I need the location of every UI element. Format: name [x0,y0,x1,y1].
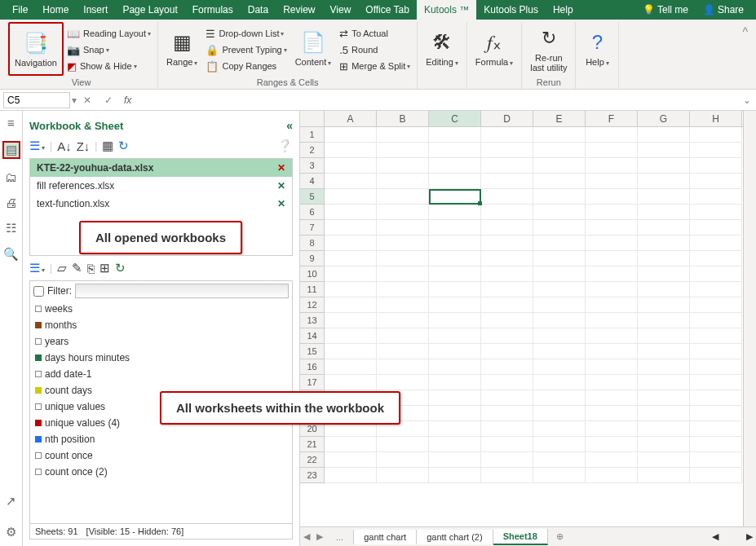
cell[interactable] [533,313,586,328]
cell[interactable] [690,313,742,328]
cell[interactable] [377,205,429,220]
strip-find-icon[interactable]: 🔍 [3,247,19,262]
cell[interactable] [586,220,638,236]
cell[interactable] [377,359,429,375]
editing-button[interactable]: 🛠 Editing [421,22,463,76]
col-header[interactable]: D [481,111,533,126]
menu-review[interactable]: Review [276,0,322,20]
cell[interactable] [586,375,638,390]
row-header[interactable]: 13 [300,313,325,328]
cell[interactable] [586,205,638,220]
row-header[interactable]: 1 [300,127,325,143]
cell[interactable] [533,158,586,174]
vertical-scrollbar[interactable] [743,111,756,526]
cell[interactable] [690,189,742,205]
ws-options-icon[interactable]: ⊞ [99,261,110,275]
cell[interactable] [586,297,638,313]
cell[interactable] [377,437,429,452]
cell[interactable] [586,127,638,143]
row-header[interactable]: 22 [300,452,325,468]
row-header[interactable]: 14 [300,328,325,344]
cell[interactable] [533,468,586,483]
cell[interactable] [325,282,377,297]
cell[interactable] [325,205,377,220]
cell[interactable] [533,297,586,313]
cell[interactable] [638,437,690,452]
cell[interactable] [481,236,533,251]
cell[interactable] [481,282,533,297]
close-icon[interactable]: ✕ [277,180,285,192]
cell[interactable] [533,390,586,406]
cell[interactable] [481,344,533,359]
cell[interactable] [690,251,742,266]
cell[interactable] [377,344,429,359]
worksheet-item[interactable]: add date-1 [30,366,292,382]
cell[interactable] [638,127,690,143]
strip-workbook-icon[interactable]: ▤ [2,141,20,159]
cell[interactable] [690,452,742,468]
formula-expand-icon[interactable]: ⌄ [740,95,754,106]
cell[interactable] [586,282,638,297]
cell[interactable] [325,236,377,251]
cell[interactable] [638,375,690,390]
cell[interactable] [429,251,481,266]
cell[interactable] [533,421,586,437]
help-icon[interactable]: ❔ [277,139,293,153]
cell[interactable] [481,297,533,313]
cell[interactable] [481,390,533,406]
cell[interactable] [690,344,742,359]
cell[interactable] [690,406,742,421]
menu-file[interactable]: File [5,0,35,20]
menu-insert[interactable]: Insert [76,0,115,20]
cell[interactable] [429,375,481,390]
cell[interactable] [429,406,481,421]
cell[interactable] [429,359,481,375]
cell[interactable] [429,205,481,220]
cell[interactable] [638,359,690,375]
cell[interactable] [586,468,638,483]
sort-desc-icon[interactable]: Z↓ [77,139,91,153]
fx-icon[interactable]: fx [119,95,136,106]
cell[interactable] [481,406,533,421]
cell[interactable] [638,174,690,189]
cell[interactable] [533,344,586,359]
menu-formulas[interactable]: Formulas [185,0,241,20]
ribbon-collapse-icon[interactable]: ^ [739,22,751,89]
cell[interactable] [586,143,638,158]
cell[interactable] [377,158,429,174]
cell[interactable] [429,421,481,437]
cell[interactable] [533,359,586,375]
strip-settings-icon[interactable]: ⚙ [6,525,16,539]
cell[interactable] [533,143,586,158]
cell[interactable] [481,328,533,344]
row-header[interactable]: 5 [300,189,325,205]
row-header[interactable]: 9 [300,251,325,266]
ws-menu-icon[interactable]: ☰ [29,261,45,275]
menu-kutoolsplus[interactable]: Kutools Plus [476,0,546,20]
cell[interactable] [429,174,481,189]
cell[interactable] [377,452,429,468]
cell[interactable] [481,421,533,437]
cell[interactable] [325,297,377,313]
prevent-typing-button[interactable]: 🔒Prevent Typing [202,42,290,58]
cell[interactable] [690,127,742,143]
sheet-tab[interactable]: gantt chart [354,530,417,544]
ws-new-icon[interactable]: ▱ [57,261,67,275]
cell[interactable] [377,143,429,158]
cell[interactable] [429,282,481,297]
row-header[interactable]: 21 [300,437,325,452]
cell[interactable] [586,452,638,468]
show-hide-button[interactable]: ◩Show & Hide [64,58,154,74]
cell[interactable] [325,220,377,236]
sort-asc-icon[interactable]: A↓ [57,139,72,153]
cell[interactable] [481,437,533,452]
cell[interactable] [586,251,638,266]
cell[interactable] [325,328,377,344]
ws-rename-icon[interactable]: ✎ [72,261,82,275]
tab-nav-prev-icon[interactable]: ◀ [300,531,313,542]
worksheet-item[interactable]: months [30,317,292,333]
cell[interactable] [481,205,533,220]
cell[interactable] [429,158,481,174]
cell[interactable] [429,468,481,483]
cell[interactable] [533,437,586,452]
